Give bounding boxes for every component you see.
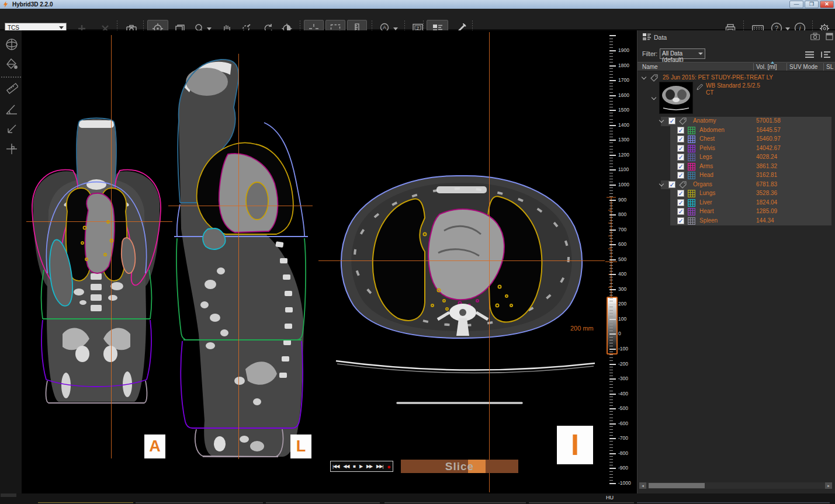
- hu-tick: [609, 429, 613, 430]
- structure-volume: 14042.67: [756, 145, 781, 151]
- table-row[interactable]: ✓ Legs 4028.24: [637, 153, 835, 162]
- visibility-checkbox[interactable]: ✓: [677, 145, 684, 152]
- hu-tick: [609, 357, 613, 358]
- visibility-checkbox[interactable]: ✓: [677, 154, 684, 161]
- pencil-icon[interactable]: [696, 83, 704, 91]
- visibility-checkbox[interactable]: ✓: [668, 181, 675, 188]
- play-button[interactable]: ▶: [359, 464, 362, 469]
- column-suv-mode[interactable]: SUV Mode: [789, 64, 817, 70]
- series-thumbnail[interactable]: [659, 82, 693, 114]
- horizontal-scrollbar[interactable]: ◂ ▸: [639, 482, 832, 489]
- series-row[interactable]: WB Standard 2.5/2.5 CT: [637, 82, 835, 116]
- series-name: WB Standard 2.5/2.5: [706, 82, 760, 89]
- table-row[interactable]: ✓ Lungs 3528.36: [637, 189, 835, 198]
- window-title: Hybrid3D 2.2.0: [12, 1, 53, 8]
- table-row[interactable]: ✓ Abdomen 16445.57: [637, 126, 835, 135]
- visibility-checkbox[interactable]: ✓: [677, 190, 684, 197]
- record-button[interactable]: ●: [387, 463, 391, 470]
- axial-view[interactable]: [324, 165, 605, 346]
- skip-start-button[interactable]: |◀◀: [332, 464, 339, 469]
- coronal-crosshair-horizontal[interactable]: [26, 221, 172, 222]
- sagittal-crosshair-horizontal[interactable]: [168, 206, 313, 206]
- hu-tick: [609, 414, 613, 415]
- rewind-button[interactable]: ◀◀: [343, 464, 349, 469]
- hu-tick: [609, 158, 613, 158]
- arrow-tool[interactable]: [4, 121, 19, 137]
- table-row[interactable]: ✓ Organs 6781.83: [637, 180, 835, 189]
- coronal-view[interactable]: [26, 35, 167, 420]
- restore-button[interactable]: ❐: [805, 1, 819, 8]
- 3d-globe-tool[interactable]: [4, 37, 19, 52]
- hu-tick: [609, 185, 616, 186]
- camera-icon[interactable]: [810, 33, 820, 40]
- filter-select[interactable]: All Data (default): [660, 48, 705, 59]
- visibility-checkbox[interactable]: ✓: [677, 163, 684, 170]
- angle-tool[interactable]: [4, 102, 19, 117]
- flood-fill-tool[interactable]: [4, 57, 19, 72]
- sagittal-crosshair-vertical[interactable]: [238, 54, 239, 459]
- hu-tick: [609, 140, 616, 141]
- scroll-left-arrow[interactable]: ◂: [639, 482, 646, 489]
- axial-crosshair-horizontal[interactable]: [318, 260, 605, 261]
- visibility-checkbox[interactable]: ✓: [677, 172, 684, 179]
- hu-tick: [609, 387, 613, 388]
- table-row[interactable]: ✓ Anatomy 57001.58: [637, 117, 835, 126]
- hu-tick: [609, 373, 613, 373]
- hu-tick: [609, 200, 616, 201]
- hu-tick: [609, 295, 613, 296]
- hu-tick: [609, 80, 616, 81]
- expand-all-icon[interactable]: [821, 51, 831, 58]
- orientation-marker-left: L: [290, 435, 311, 458]
- sagittal-view[interactable]: [169, 54, 313, 460]
- column-name[interactable]: Name: [642, 64, 658, 70]
- slice-slider[interactable]: Slice: [401, 460, 518, 473]
- hu-tick: [609, 277, 613, 277]
- chevron-down-icon[interactable]: [642, 75, 646, 79]
- hu-tick-label: 900: [618, 197, 626, 203]
- column-sl[interactable]: SL: [826, 64, 833, 70]
- table-row[interactable]: ✓ Heart 1285.09: [637, 207, 835, 216]
- image-viewport[interactable]: 200 mm A L I |◀◀ ◀◀ ■ ▶ ▶▶ ▶▶| ● Slice: [22, 30, 637, 493]
- visibility-checkbox[interactable]: ✓: [677, 199, 684, 206]
- study-row[interactable]: 25 Jun 2015: PET STUDY-PRE-TREAT LY: [637, 74, 835, 82]
- collapse-all-icon[interactable]: [805, 51, 815, 58]
- fast-forward-button[interactable]: ▶▶: [366, 464, 372, 469]
- column-volume[interactable]: Vol. [ml]: [756, 64, 777, 70]
- table-row[interactable]: ✓ Chest 15460.97: [637, 135, 835, 144]
- hu-tick: [609, 226, 613, 227]
- hu-tick: [609, 378, 616, 380]
- table-row[interactable]: ✓ Arms 3861.32: [637, 162, 835, 171]
- visibility-checkbox[interactable]: ✓: [677, 135, 684, 142]
- pin-panel-icon[interactable]: [826, 33, 833, 40]
- table-row[interactable]: ✓ Spleen 144.34: [637, 217, 835, 225]
- scroll-right-arrow[interactable]: ▸: [825, 482, 832, 489]
- hu-ruler[interactable]: 1900180017001600150014001300120011001000…: [605, 30, 637, 493]
- hu-tick-label: -400: [618, 391, 628, 397]
- minimize-button[interactable]: —: [789, 1, 803, 8]
- angle-icon: [5, 103, 18, 115]
- table-row[interactable]: ✓ Head 3162.81: [637, 171, 835, 180]
- scrollbar-thumb[interactable]: [649, 483, 705, 488]
- coronal-crosshair-vertical[interactable]: [111, 35, 112, 458]
- stop-button[interactable]: ■: [353, 464, 355, 469]
- title-bar[interactable]: Hybrid3D 2.2.0 — ❐ ✕: [0, 0, 835, 9]
- visibility-checkbox[interactable]: ✓: [677, 127, 684, 134]
- table-row[interactable]: ✓ Pelvis 14042.67: [637, 144, 835, 153]
- table-row[interactable]: ✓ Liver 1824.04: [637, 199, 835, 207]
- close-button[interactable]: ✕: [820, 1, 834, 8]
- point-marker-tool[interactable]: [4, 141, 19, 157]
- skip-end-button[interactable]: ▶▶|: [376, 464, 383, 469]
- hu-tick: [609, 283, 613, 284]
- series-modality: CT: [706, 89, 713, 96]
- hu-tick: [609, 116, 613, 116]
- measure-ruler-tool[interactable]: [4, 81, 19, 96]
- structure-name: Liver: [699, 199, 712, 206]
- visibility-checkbox[interactable]: ✓: [677, 208, 684, 215]
- hu-tick: [609, 301, 613, 301]
- hu-tick: [609, 44, 613, 45]
- structure-volume: 1285.09: [756, 208, 777, 214]
- visibility-checkbox[interactable]: ✓: [668, 117, 675, 124]
- axial-crosshair-vertical[interactable]: [489, 32, 490, 492]
- visibility-checkbox[interactable]: ✓: [677, 217, 684, 224]
- chevron-down-icon[interactable]: [652, 95, 656, 100]
